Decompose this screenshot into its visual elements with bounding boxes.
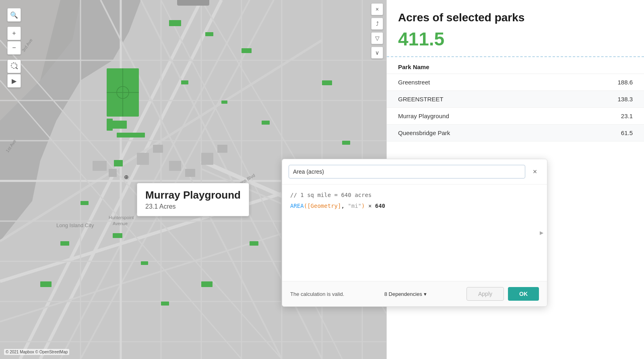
dependencies-button[interactable]: 8 Dependencies ▾ [384,291,427,297]
zoom-out-icon: − [12,44,16,51]
svg-text:⊕: ⊕ [124,174,129,180]
dialog-expand-button[interactable]: ▶ [537,225,545,241]
svg-rect-52 [60,241,69,246]
svg-rect-42 [221,101,227,104]
code-open-paren: ( [304,203,307,209]
svg-rect-63 [201,153,213,165]
expand-icon: ▶ [540,230,543,236]
map-share-button[interactable]: ⤴ [371,18,383,30]
parks-table: Greenstreet188.6GREENSTREET138.3Murray P… [387,74,644,142]
svg-rect-62 [185,169,195,177]
table-row: Queensbridge Park61.5 [387,125,644,142]
map-tooltip: Murray Playground 23.1 Acres [137,183,249,216]
search-button[interactable]: 🔍 [7,8,21,22]
svg-rect-51 [80,201,89,205]
svg-rect-59 [137,153,149,165]
svg-rect-53 [40,281,52,287]
table-row: Greenstreet188.6 [387,74,644,91]
zoom-in-icon: + [12,30,16,37]
svg-rect-40 [242,48,252,53]
code-multiplier: 640 [375,203,385,209]
search-icon: 🔍 [10,11,18,19]
dialog-actions: Apply OK [466,287,539,301]
svg-rect-34 [111,121,127,129]
svg-rect-47 [201,281,213,287]
panel-total-value: 411.5 [398,28,633,50]
code-func-name: AREA [290,203,304,209]
park-name-cell: Greenstreet [398,79,430,86]
share-icon: ⤴ [376,21,379,27]
col-header-park-name: Park Name [398,64,429,70]
dialog-footer: The calculation is valid. 8 Dependencies… [282,281,547,306]
map-controls: 🔍 + − ▶ [7,8,21,88]
filter-icon: ▽ [375,35,380,41]
map-filter-button[interactable]: ▽ [371,32,383,44]
dependencies-label: 8 Dependencies [384,291,422,297]
svg-rect-43 [262,121,270,125]
tooltip-park-name: Murray Playground [145,189,241,201]
dialog-header: × [282,159,547,185]
lasso-button[interactable] [7,59,21,73]
panel-table-header: Park Name [387,57,644,74]
play-icon: ▶ [12,77,17,85]
svg-rect-61 [169,161,181,171]
park-acres-cell: 138.3 [617,96,633,103]
park-name-cell: Murray Playground [398,113,449,119]
dialog-close-button[interactable]: × [529,166,541,177]
field-name-input[interactable] [289,165,525,178]
code-expression: AREA([Geometry], "mi") × 640 [290,201,539,210]
map-top-bar [177,0,209,6]
ok-button[interactable]: OK [508,287,539,301]
play-button[interactable]: ▶ [7,74,21,88]
park-name-cell: Queensbridge Park [398,129,450,136]
svg-rect-49 [141,261,148,265]
svg-line-73 [16,68,17,69]
table-row: GREENSTREET138.3 [387,91,644,108]
map-close-button[interactable]: × [371,3,383,15]
code-multiply-operator: × [365,203,375,209]
svg-text:Long Island City: Long Island City [56,222,94,228]
zoom-in-button[interactable]: + [7,27,21,40]
panel-header: Acres of selected parks 411.5 [387,0,644,57]
lasso-icon [10,62,18,71]
down-icon: ∨ [375,49,379,56]
close-icon: × [376,6,379,12]
svg-rect-58 [109,169,117,177]
svg-text:Avenue: Avenue [113,221,128,226]
apply-button[interactable]: Apply [466,287,504,301]
park-acres-cell: 188.6 [617,79,633,86]
svg-rect-39 [205,32,213,36]
formula-dialog: × // 1 sq mile = 640 acres AREA([Geometr… [282,159,547,307]
svg-rect-37 [114,160,123,166]
svg-text:Hunterspoint: Hunterspoint [109,215,134,220]
svg-rect-50 [113,233,122,238]
code-comma: , [341,203,348,209]
svg-rect-35 [117,133,145,137]
tooltip-acres: 23.1 Acres [145,203,241,210]
svg-rect-55 [342,141,350,145]
svg-rect-48 [161,302,169,306]
svg-rect-57 [93,161,107,171]
calculation-status: The calculation is valid. [290,291,344,297]
map-attribution: © 2021 Mapbox © OpenStreetMap [4,349,69,355]
panel-title: Acres of selected parks [398,11,633,24]
code-geometry-field: [Geometry] [307,203,341,209]
svg-rect-41 [181,80,188,84]
park-acres-cell: 23.1 [621,113,633,119]
table-row: Murray Playground23.1 [387,108,644,125]
code-unit-string: "mi" [348,203,361,209]
svg-rect-36 [107,119,113,131]
svg-rect-54 [322,80,332,85]
svg-line-75 [15,64,16,65]
park-acres-cell: 61.5 [621,129,633,136]
map-down-button[interactable]: ∨ [371,47,383,59]
close-icon: × [533,168,537,176]
chevron-down-icon: ▾ [424,291,427,297]
zoom-out-button[interactable]: − [7,41,21,55]
table-column-headers: Park Name [398,64,633,70]
code-comment: // 1 sq mile = 640 acres [290,192,539,198]
svg-rect-38 [169,20,181,26]
park-name-cell: GREENSTREET [398,96,444,103]
svg-rect-64 [217,145,227,153]
svg-rect-60 [153,145,163,153]
